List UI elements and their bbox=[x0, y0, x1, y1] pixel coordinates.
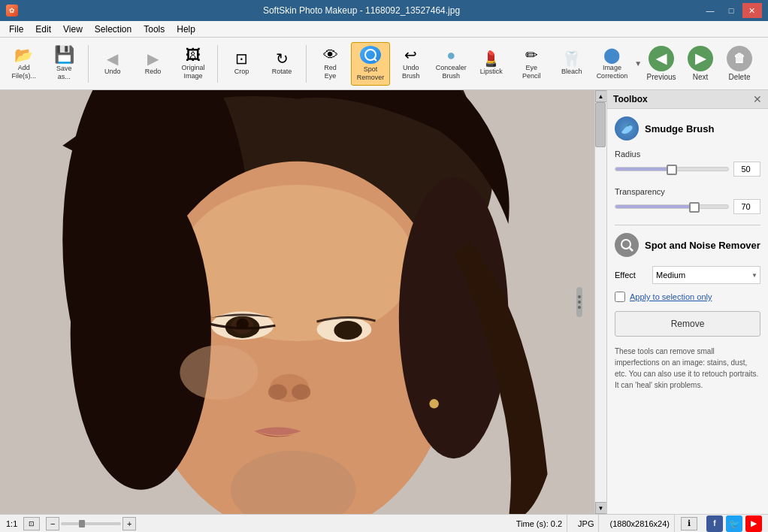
twitter-button[interactable]: 🐦 bbox=[726, 515, 742, 532]
redo-button[interactable]: ▶ Redo bbox=[134, 42, 173, 86]
delete-label: Delete bbox=[729, 73, 751, 81]
resize-handle[interactable] bbox=[576, 287, 582, 317]
zoom-out-button[interactable]: − bbox=[46, 517, 59, 530]
vertical-scrollbar[interactable]: ▲ ▼ bbox=[594, 90, 606, 514]
toolbar-separator-3 bbox=[306, 45, 307, 83]
svg-line-1 bbox=[374, 59, 376, 61]
apply-selection-checkbox[interactable] bbox=[615, 292, 625, 302]
undo-brush-button[interactable]: ↩ UndoBrush bbox=[392, 42, 431, 86]
rotate-button[interactable]: ↻ Rotate bbox=[262, 42, 301, 86]
red-eye-icon: 👁 bbox=[323, 47, 338, 62]
menu-help[interactable]: Help bbox=[171, 23, 201, 36]
nav-area: ◀ Previous ▶ Next 🗑 Delete bbox=[643, 42, 763, 86]
image-correction-label: ImageCorrection bbox=[597, 64, 628, 80]
info-button[interactable]: ℹ bbox=[681, 517, 697, 530]
menu-file[interactable]: File bbox=[3, 23, 29, 36]
zoom-level: 1:1 bbox=[6, 519, 17, 528]
zoom-fit-button[interactable]: ⊡ bbox=[23, 517, 40, 530]
transparency-slider-track[interactable] bbox=[615, 204, 729, 209]
scroll-thumb[interactable] bbox=[595, 102, 606, 147]
effect-select[interactable]: Low Medium High bbox=[652, 266, 760, 284]
toolbar-overflow[interactable]: ▼ bbox=[634, 59, 642, 68]
toolbox-header: Toolbox ✕ bbox=[607, 90, 768, 109]
undo-button[interactable]: ◀ Undo bbox=[93, 42, 132, 86]
menu-selection[interactable]: Selection bbox=[89, 23, 138, 36]
rotate-label: Rotate bbox=[272, 68, 292, 76]
previous-button[interactable]: ◀ Previous bbox=[643, 42, 679, 86]
original-image-button[interactable]: 🖼 OriginalImage bbox=[174, 42, 213, 86]
main-content: ▲ ▼ Toolbox ✕ Smudge Brush Radius bbox=[0, 90, 768, 514]
dimensions-display: (1880x2816x24) bbox=[605, 515, 675, 532]
svg-point-16 bbox=[334, 321, 361, 340]
redo-icon: ▶ bbox=[147, 51, 159, 66]
toolbar-separator-2 bbox=[217, 45, 218, 83]
youtube-button[interactable]: ▶ bbox=[745, 515, 762, 532]
zoom-in-button[interactable]: + bbox=[122, 517, 136, 530]
radius-slider-container: 50 bbox=[615, 162, 760, 177]
crop-icon: ⊡ bbox=[235, 51, 248, 66]
add-files-button[interactable]: 📂 AddFile(s)... bbox=[5, 42, 44, 86]
undo-brush-icon: ↩ bbox=[404, 47, 417, 62]
next-button[interactable]: ▶ Next bbox=[682, 42, 718, 86]
scroll-up-button[interactable]: ▲ bbox=[595, 90, 607, 102]
title-bar: ✿ SoftSkin Photo Makeup - 1168092_135274… bbox=[0, 0, 768, 21]
zoom-display: 1:1 bbox=[6, 519, 17, 528]
zoom-slider-thumb[interactable] bbox=[79, 520, 85, 527]
radius-value[interactable]: 50 bbox=[733, 162, 760, 177]
bleach-button[interactable]: 🦷 Bleach bbox=[552, 42, 591, 86]
facebook-button[interactable]: f bbox=[706, 515, 723, 532]
toolbox-panel: Toolbox ✕ Smudge Brush Radius 50 bbox=[606, 90, 768, 514]
window-controls: — □ ✕ bbox=[700, 3, 762, 18]
eye-pencil-button[interactable]: ✏ EyePencil bbox=[513, 42, 552, 86]
toolbar: 📂 AddFile(s)... 💾 Saveas... ◀ Undo ▶ Red… bbox=[0, 38, 768, 90]
apply-selection-label[interactable]: Apply to selection only bbox=[630, 292, 712, 301]
scroll-down-button[interactable]: ▼ bbox=[595, 502, 607, 514]
concealer-brush-button[interactable]: ● ConcealerBrush bbox=[431, 42, 470, 86]
zoom-slider[interactable] bbox=[61, 522, 121, 525]
menu-bar: File Edit View Selection Tools Help bbox=[0, 21, 768, 38]
crop-button[interactable]: ⊡ Crop bbox=[222, 42, 262, 86]
spot-remover-button[interactable]: SpotRemover bbox=[351, 42, 390, 86]
format-value: JPG bbox=[578, 519, 594, 528]
bleach-label: Bleach bbox=[561, 68, 582, 76]
svg-point-22 bbox=[429, 399, 438, 408]
close-button[interactable]: ✕ bbox=[742, 3, 762, 18]
svg-point-8 bbox=[180, 185, 414, 341]
radius-slider-track[interactable] bbox=[615, 167, 729, 171]
save-as-label: Saveas... bbox=[56, 65, 72, 81]
crop-label: Crop bbox=[234, 68, 249, 76]
bleach-icon: 🦷 bbox=[562, 51, 581, 66]
svg-point-0 bbox=[365, 50, 376, 60]
eye-pencil-label: EyePencil bbox=[522, 64, 541, 80]
menu-tools[interactable]: Tools bbox=[138, 23, 171, 36]
lipstick-button[interactable]: 💄 Lipstick bbox=[472, 42, 511, 86]
original-image-label: OriginalImage bbox=[181, 64, 204, 80]
scroll-track[interactable] bbox=[595, 102, 606, 502]
transparency-value[interactable]: 70 bbox=[733, 199, 760, 214]
toolbox-title: Toolbox bbox=[613, 94, 648, 104]
undo-label: Undo bbox=[104, 68, 121, 76]
spot-remover-title: Spot and Noise Remover bbox=[645, 240, 760, 251]
radius-row: Radius 50 bbox=[615, 150, 760, 177]
radius-slider-thumb[interactable] bbox=[667, 165, 677, 175]
image-correction-button[interactable]: ⬤ ImageCorrection bbox=[593, 42, 632, 86]
maximize-button[interactable]: □ bbox=[721, 3, 741, 18]
photo-svg bbox=[0, 90, 594, 514]
concealer-brush-icon: ● bbox=[446, 47, 455, 62]
remove-button[interactable]: Remove bbox=[615, 311, 760, 337]
transparency-label: Transparency bbox=[615, 187, 760, 196]
delete-button[interactable]: 🗑 Delete bbox=[721, 42, 757, 86]
minimize-button[interactable]: — bbox=[700, 3, 720, 18]
time-value: 0.2 bbox=[551, 519, 562, 528]
canvas-area[interactable] bbox=[0, 90, 594, 514]
red-eye-label: RedEye bbox=[324, 64, 337, 80]
toolbox-close-button[interactable]: ✕ bbox=[753, 93, 762, 105]
toolbar-separator-1 bbox=[88, 45, 89, 83]
svg-point-23 bbox=[621, 240, 630, 249]
transparency-slider-thumb[interactable] bbox=[689, 202, 700, 213]
svg-point-9 bbox=[71, 177, 211, 489]
save-as-button[interactable]: 💾 Saveas... bbox=[45, 42, 84, 86]
menu-view[interactable]: View bbox=[57, 23, 89, 36]
menu-edit[interactable]: Edit bbox=[29, 23, 57, 36]
red-eye-button[interactable]: 👁 RedEye bbox=[311, 42, 350, 86]
